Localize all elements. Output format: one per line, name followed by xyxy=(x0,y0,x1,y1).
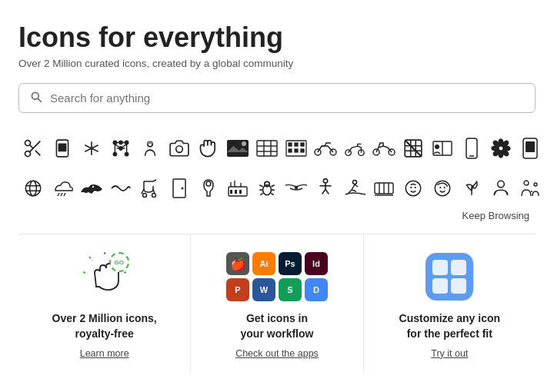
svg-point-17 xyxy=(113,153,116,156)
svg-point-71 xyxy=(30,181,37,197)
icon-factory-towers xyxy=(223,168,252,208)
feature-royalty-free-link[interactable]: Learn more xyxy=(80,348,129,359)
customize-dot-2 xyxy=(451,260,466,275)
icon-radiator xyxy=(369,168,399,208)
svg-rect-57 xyxy=(466,138,477,158)
svg-point-13 xyxy=(113,141,116,145)
feature-customize-link[interactable]: Try it out xyxy=(431,348,468,359)
icon-plant-branch xyxy=(457,168,486,208)
svg-line-75 xyxy=(61,193,62,196)
app-icons-cluster: 🍎 Ai Ps Id P W S D xyxy=(226,252,328,301)
svg-line-97 xyxy=(260,194,262,195)
svg-line-98 xyxy=(271,185,274,187)
svg-point-3 xyxy=(25,151,31,157)
page-title: Icons for everything xyxy=(18,22,536,53)
svg-rect-88 xyxy=(235,190,237,194)
svg-point-15 xyxy=(125,141,128,145)
svg-point-29 xyxy=(242,141,246,146)
icon-door xyxy=(165,168,194,208)
icon-scooter xyxy=(340,128,369,168)
feature-customize-icon-area xyxy=(426,250,473,304)
svg-rect-82 xyxy=(173,179,185,198)
app-icon-ps: Ps xyxy=(279,252,302,275)
svg-rect-41 xyxy=(301,149,304,152)
hand-icon-wrap: GO xyxy=(78,251,131,303)
svg-line-76 xyxy=(64,193,65,196)
icon-building-grid xyxy=(282,128,311,168)
icon-phone-screen xyxy=(516,128,545,168)
icon-bug xyxy=(252,168,282,208)
icon-camera xyxy=(165,128,194,168)
svg-line-5 xyxy=(35,151,40,155)
customize-dot-1 xyxy=(432,260,448,275)
feature-royalty-free-title: Over 2 Million icons, royalty-free xyxy=(52,311,157,341)
svg-point-59 xyxy=(499,146,504,151)
icon-scissors xyxy=(18,128,48,168)
feature-customize-title: Customize any icon for the perfect fit xyxy=(399,311,500,341)
svg-line-24 xyxy=(121,145,127,148)
svg-point-122 xyxy=(534,183,537,186)
app-icon-word: W xyxy=(252,278,275,301)
svg-line-49 xyxy=(405,141,422,158)
search-input[interactable] xyxy=(50,91,524,105)
customize-icon-inner xyxy=(432,260,466,294)
svg-point-118 xyxy=(439,187,441,188)
icon-grid-frame xyxy=(252,128,282,168)
icon-landscape xyxy=(223,128,252,168)
svg-point-70 xyxy=(25,181,41,197)
svg-rect-69 xyxy=(526,141,535,152)
page-container: Icons for everything Over 2 Million cura… xyxy=(0,0,554,388)
icon-matryoshka xyxy=(194,168,223,208)
customize-dot-3 xyxy=(432,278,448,294)
feature-workflow-icon-area: 🍎 Ai Ps Id P W S D xyxy=(226,250,328,304)
svg-line-1 xyxy=(38,99,41,102)
svg-line-74 xyxy=(58,193,59,196)
svg-line-128 xyxy=(83,272,88,274)
svg-line-105 xyxy=(322,189,325,194)
search-bar[interactable] xyxy=(18,83,536,113)
svg-point-121 xyxy=(524,181,529,185)
icon-headphones-person xyxy=(486,168,516,208)
icons-grid: 7 xyxy=(18,128,536,208)
app-icon-docs: D xyxy=(305,278,328,301)
feature-royalty-free-icon-area: GO xyxy=(78,250,131,304)
customize-dot-4 xyxy=(451,278,466,294)
svg-point-107 xyxy=(353,181,357,184)
app-icon-id: Id xyxy=(305,252,328,275)
svg-rect-37 xyxy=(295,143,298,146)
svg-line-23 xyxy=(115,145,121,148)
icon-stroller xyxy=(135,168,165,208)
icon-globe-people xyxy=(18,168,48,208)
icon-motorcycle xyxy=(311,128,340,168)
svg-point-116 xyxy=(415,187,416,188)
icon-wave-shape xyxy=(106,168,135,208)
svg-rect-87 xyxy=(230,190,232,194)
icon-grid-nodes xyxy=(106,128,135,168)
icon-person-hijab xyxy=(135,128,165,168)
keep-browsing-row: Keep Browsing xyxy=(18,210,536,221)
icon-face-female xyxy=(399,168,428,208)
feature-workflow-link[interactable]: Check out the apps xyxy=(235,348,319,359)
features-row: GO Over 2 Million icons, royalty-free Le… xyxy=(18,234,536,372)
icon-face-boy xyxy=(428,168,457,208)
icon-book-person xyxy=(428,128,457,168)
page-subtitle: Over 2 Million curated icons, created by… xyxy=(18,58,536,69)
app-icon-apple: 🍎 xyxy=(226,252,249,275)
icon-parent-child xyxy=(516,168,545,208)
icon-no-grid xyxy=(399,128,428,168)
icon-bird-spread xyxy=(282,168,311,208)
feature-royalty-free: GO Over 2 Million icons, royalty-free Le… xyxy=(18,234,191,372)
svg-point-85 xyxy=(206,181,211,186)
svg-rect-89 xyxy=(239,190,242,194)
svg-point-114 xyxy=(405,181,421,197)
svg-line-106 xyxy=(325,189,329,194)
icon-flower xyxy=(486,128,516,168)
svg-point-102 xyxy=(323,179,327,183)
icon-hands xyxy=(194,128,223,168)
icon-phone-badge: 7 xyxy=(48,128,77,168)
search-icon xyxy=(30,91,42,105)
svg-line-81 xyxy=(153,180,156,181)
icon-surfer xyxy=(340,168,369,208)
keep-browsing-link[interactable]: Keep Browsing xyxy=(462,210,529,221)
svg-rect-40 xyxy=(295,149,298,152)
